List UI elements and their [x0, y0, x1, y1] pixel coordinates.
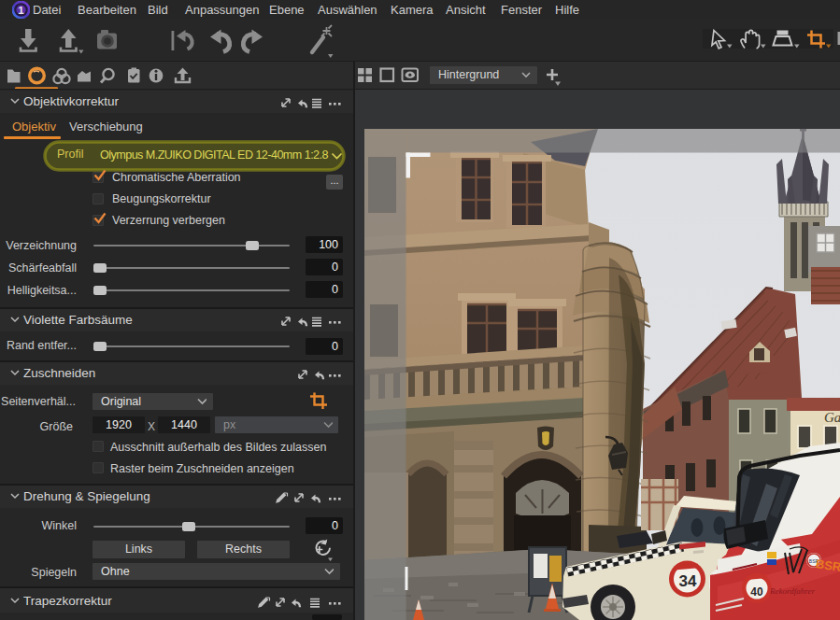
svg-text:34: 34 [679, 572, 697, 590]
svg-text:Rekordfahrer: Rekordfahrer [769, 586, 815, 596]
svg-text:Ga: Ga [824, 410, 840, 425]
svg-text:40: 40 [750, 585, 763, 599]
svg-text:1: 1 [18, 5, 24, 16]
